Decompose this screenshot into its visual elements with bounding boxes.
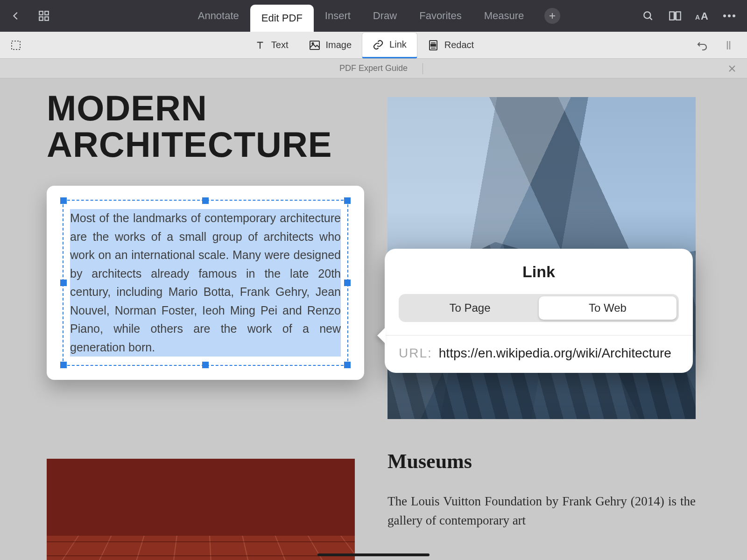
page-heading[interactable]: MODERN ARCHITECTURE [47,90,364,162]
tool-label: Redact [444,40,474,50]
svg-point-18 [312,42,313,44]
redo-button[interactable] [721,38,736,53]
tab-edit-pdf[interactable]: Edit PDF [250,5,314,32]
popover-title: Link [399,263,679,281]
undo-button[interactable] [695,38,710,53]
body-paragraph[interactable]: The Louis Vuitton Foundation by Frank Ge… [388,492,696,530]
link-tool-icon [373,39,384,50]
svg-text:A: A [695,14,700,21]
edit-subtoolbar: Text Image Link Redact [0,32,747,59]
selected-text-block[interactable]: Most of the landmarks of contemporary ar… [47,186,364,380]
selected-paragraph[interactable]: Most of the landmarks of contemporary ar… [70,209,341,357]
tool-label: Link [389,39,407,50]
svg-rect-3 [45,17,49,21]
svg-rect-14 [12,41,20,49]
tool-image[interactable]: Image [299,32,362,59]
reading-mode-button[interactable] [668,8,683,23]
link-popover: Link To Page To Web URL: https://en.wiki… [385,249,693,373]
svg-rect-0 [39,11,43,15]
tool-link[interactable]: Link [362,32,417,58]
document-title[interactable]: PDF Expert Guide [339,63,408,73]
tab-draw[interactable]: Draw [362,0,408,32]
search-button[interactable] [641,8,655,23]
resize-handle-bm[interactable] [202,362,209,368]
text-size-button[interactable]: AA [695,8,710,23]
url-label: URL: [399,346,432,361]
svg-point-13 [733,14,735,17]
segment-to-page[interactable]: To Page [401,296,539,320]
selection-marquee-button[interactable] [8,38,23,53]
segment-to-web[interactable]: To Web [539,296,677,320]
tab-annotate[interactable]: Annotate [187,0,250,32]
tool-label: Image [326,40,352,50]
text-tool-icon [254,40,266,51]
svg-rect-21 [431,44,436,46]
redact-tool-icon [428,40,439,51]
svg-rect-1 [45,11,49,15]
resize-handle-tr[interactable] [344,197,351,204]
resize-handle-mr[interactable] [344,280,351,286]
tool-label: Text [271,40,289,50]
right-column: Museums The Louis Vuitton Foundation by … [388,449,696,530]
back-button[interactable] [8,8,23,23]
document-tab-bar: PDF Expert Guide [0,59,747,78]
popover-divider [385,335,693,336]
resize-handle-br[interactable] [344,362,351,368]
tab-divider [423,63,423,74]
svg-point-11 [723,14,726,17]
thumbnails-button[interactable] [36,8,51,23]
close-document-button[interactable] [727,64,737,73]
add-mode-button[interactable] [544,8,560,24]
resize-handle-ml[interactable] [60,280,67,286]
tab-favorites[interactable]: Favorites [408,0,472,32]
tool-redact[interactable]: Redact [417,32,484,59]
tool-text[interactable]: Text [244,32,299,59]
top-toolbar: Annotate Edit PDF Insert Draw Favorites … [0,0,747,32]
svg-point-6 [644,12,650,18]
mode-tabs: Annotate Edit PDF Insert Draw Favorites … [149,0,598,32]
tab-measure[interactable]: Measure [473,0,536,32]
section-heading[interactable]: Museums [388,449,696,473]
resize-handle-bl[interactable] [60,362,67,368]
svg-point-12 [728,14,731,17]
resize-handle-tm[interactable] [202,197,209,204]
link-type-segment: To Page To Web [399,294,679,322]
document-canvas[interactable]: MODERN ARCHITECTURE Most of the landmark… [0,78,747,560]
popover-arrow [377,327,386,344]
resize-handle-tl[interactable] [60,197,67,204]
more-button[interactable] [722,8,737,23]
svg-text:A: A [701,10,708,21]
url-input[interactable]: https://en.wikipedia.org/wiki/Architectu… [439,346,671,361]
svg-line-7 [649,17,652,20]
svg-rect-2 [39,17,43,21]
home-indicator[interactable] [317,553,430,556]
image-tool-icon [309,40,320,51]
roof-image[interactable] [47,459,355,560]
tab-insert[interactable]: Insert [314,0,362,32]
